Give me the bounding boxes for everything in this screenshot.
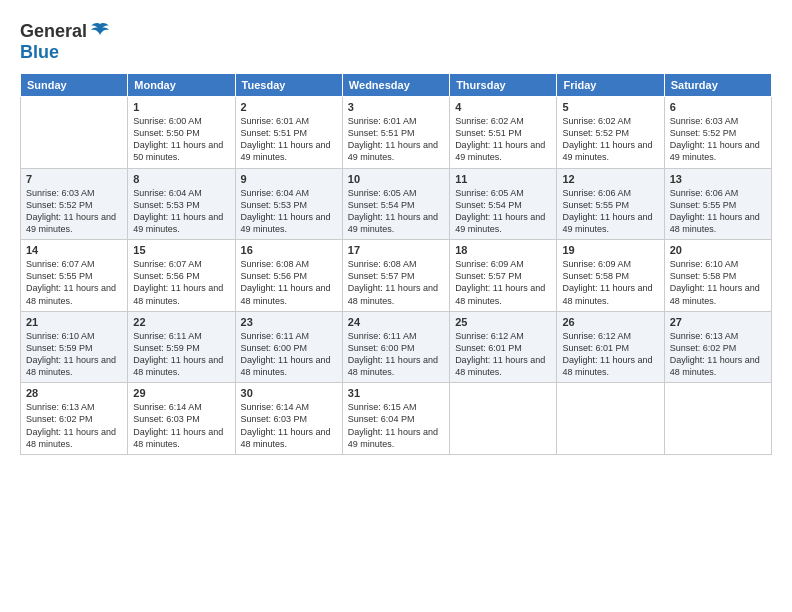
logo-general-text: General bbox=[20, 21, 87, 42]
weekday-header-sunday: Sunday bbox=[21, 74, 128, 97]
day-number: 30 bbox=[241, 387, 337, 399]
calendar-day-cell: 29Sunrise: 6:14 AMSunset: 6:03 PMDayligh… bbox=[128, 383, 235, 455]
calendar-day-cell: 5Sunrise: 6:02 AMSunset: 5:52 PMDaylight… bbox=[557, 97, 664, 169]
day-info: Sunrise: 6:13 AMSunset: 6:02 PMDaylight:… bbox=[670, 330, 766, 379]
day-info: Sunrise: 6:03 AMSunset: 5:52 PMDaylight:… bbox=[670, 115, 766, 164]
day-number: 13 bbox=[670, 173, 766, 185]
day-info: Sunrise: 6:01 AMSunset: 5:51 PMDaylight:… bbox=[241, 115, 337, 164]
day-info: Sunrise: 6:11 AMSunset: 5:59 PMDaylight:… bbox=[133, 330, 229, 379]
calendar-day-cell: 23Sunrise: 6:11 AMSunset: 6:00 PMDayligh… bbox=[235, 311, 342, 383]
day-info: Sunrise: 6:02 AMSunset: 5:52 PMDaylight:… bbox=[562, 115, 658, 164]
day-info: Sunrise: 6:10 AMSunset: 5:59 PMDaylight:… bbox=[26, 330, 122, 379]
calendar-week-row: 14Sunrise: 6:07 AMSunset: 5:55 PMDayligh… bbox=[21, 240, 772, 312]
calendar-empty-cell bbox=[664, 383, 771, 455]
day-number: 29 bbox=[133, 387, 229, 399]
day-number: 23 bbox=[241, 316, 337, 328]
day-number: 12 bbox=[562, 173, 658, 185]
calendar-day-cell: 19Sunrise: 6:09 AMSunset: 5:58 PMDayligh… bbox=[557, 240, 664, 312]
day-info: Sunrise: 6:05 AMSunset: 5:54 PMDaylight:… bbox=[348, 187, 444, 236]
calendar-day-cell: 6Sunrise: 6:03 AMSunset: 5:52 PMDaylight… bbox=[664, 97, 771, 169]
day-number: 10 bbox=[348, 173, 444, 185]
day-number: 28 bbox=[26, 387, 122, 399]
day-info: Sunrise: 6:12 AMSunset: 6:01 PMDaylight:… bbox=[455, 330, 551, 379]
day-number: 1 bbox=[133, 101, 229, 113]
calendar-week-row: 28Sunrise: 6:13 AMSunset: 6:02 PMDayligh… bbox=[21, 383, 772, 455]
day-number: 16 bbox=[241, 244, 337, 256]
calendar-day-cell: 20Sunrise: 6:10 AMSunset: 5:58 PMDayligh… bbox=[664, 240, 771, 312]
calendar-day-cell: 26Sunrise: 6:12 AMSunset: 6:01 PMDayligh… bbox=[557, 311, 664, 383]
logo: General Blue bbox=[20, 20, 111, 63]
calendar-day-cell: 2Sunrise: 6:01 AMSunset: 5:51 PMDaylight… bbox=[235, 97, 342, 169]
calendar-day-cell: 15Sunrise: 6:07 AMSunset: 5:56 PMDayligh… bbox=[128, 240, 235, 312]
weekday-header-row: SundayMondayTuesdayWednesdayThursdayFrid… bbox=[21, 74, 772, 97]
calendar-day-cell: 22Sunrise: 6:11 AMSunset: 5:59 PMDayligh… bbox=[128, 311, 235, 383]
calendar-day-cell: 12Sunrise: 6:06 AMSunset: 5:55 PMDayligh… bbox=[557, 168, 664, 240]
calendar-day-cell: 13Sunrise: 6:06 AMSunset: 5:55 PMDayligh… bbox=[664, 168, 771, 240]
header: General Blue bbox=[20, 20, 772, 63]
calendar-day-cell: 27Sunrise: 6:13 AMSunset: 6:02 PMDayligh… bbox=[664, 311, 771, 383]
day-number: 19 bbox=[562, 244, 658, 256]
weekday-header-thursday: Thursday bbox=[450, 74, 557, 97]
calendar-day-cell: 9Sunrise: 6:04 AMSunset: 5:53 PMDaylight… bbox=[235, 168, 342, 240]
calendar-day-cell: 10Sunrise: 6:05 AMSunset: 5:54 PMDayligh… bbox=[342, 168, 449, 240]
calendar-day-cell: 18Sunrise: 6:09 AMSunset: 5:57 PMDayligh… bbox=[450, 240, 557, 312]
day-number: 24 bbox=[348, 316, 444, 328]
day-number: 11 bbox=[455, 173, 551, 185]
calendar-empty-cell bbox=[21, 97, 128, 169]
day-info: Sunrise: 6:08 AMSunset: 5:57 PMDaylight:… bbox=[348, 258, 444, 307]
day-info: Sunrise: 6:14 AMSunset: 6:03 PMDaylight:… bbox=[241, 401, 337, 450]
weekday-header-wednesday: Wednesday bbox=[342, 74, 449, 97]
day-info: Sunrise: 6:01 AMSunset: 5:51 PMDaylight:… bbox=[348, 115, 444, 164]
calendar-day-cell: 21Sunrise: 6:10 AMSunset: 5:59 PMDayligh… bbox=[21, 311, 128, 383]
calendar-day-cell: 4Sunrise: 6:02 AMSunset: 5:51 PMDaylight… bbox=[450, 97, 557, 169]
day-info: Sunrise: 6:11 AMSunset: 6:00 PMDaylight:… bbox=[348, 330, 444, 379]
day-number: 15 bbox=[133, 244, 229, 256]
calendar-day-cell: 24Sunrise: 6:11 AMSunset: 6:00 PMDayligh… bbox=[342, 311, 449, 383]
calendar-empty-cell bbox=[557, 383, 664, 455]
day-number: 4 bbox=[455, 101, 551, 113]
day-number: 26 bbox=[562, 316, 658, 328]
day-number: 8 bbox=[133, 173, 229, 185]
calendar-day-cell: 17Sunrise: 6:08 AMSunset: 5:57 PMDayligh… bbox=[342, 240, 449, 312]
weekday-header-friday: Friday bbox=[557, 74, 664, 97]
day-number: 27 bbox=[670, 316, 766, 328]
day-info: Sunrise: 6:12 AMSunset: 6:01 PMDaylight:… bbox=[562, 330, 658, 379]
day-info: Sunrise: 6:07 AMSunset: 5:55 PMDaylight:… bbox=[26, 258, 122, 307]
calendar-day-cell: 1Sunrise: 6:00 AMSunset: 5:50 PMDaylight… bbox=[128, 97, 235, 169]
calendar-week-row: 7Sunrise: 6:03 AMSunset: 5:52 PMDaylight… bbox=[21, 168, 772, 240]
day-info: Sunrise: 6:03 AMSunset: 5:52 PMDaylight:… bbox=[26, 187, 122, 236]
day-info: Sunrise: 6:13 AMSunset: 6:02 PMDaylight:… bbox=[26, 401, 122, 450]
day-number: 31 bbox=[348, 387, 444, 399]
day-number: 22 bbox=[133, 316, 229, 328]
day-info: Sunrise: 6:11 AMSunset: 6:00 PMDaylight:… bbox=[241, 330, 337, 379]
day-number: 21 bbox=[26, 316, 122, 328]
day-info: Sunrise: 6:07 AMSunset: 5:56 PMDaylight:… bbox=[133, 258, 229, 307]
day-info: Sunrise: 6:06 AMSunset: 5:55 PMDaylight:… bbox=[670, 187, 766, 236]
calendar-day-cell: 16Sunrise: 6:08 AMSunset: 5:56 PMDayligh… bbox=[235, 240, 342, 312]
day-number: 17 bbox=[348, 244, 444, 256]
logo-blue-text: Blue bbox=[20, 42, 59, 62]
day-info: Sunrise: 6:08 AMSunset: 5:56 PMDaylight:… bbox=[241, 258, 337, 307]
day-number: 7 bbox=[26, 173, 122, 185]
calendar-day-cell: 25Sunrise: 6:12 AMSunset: 6:01 PMDayligh… bbox=[450, 311, 557, 383]
day-info: Sunrise: 6:14 AMSunset: 6:03 PMDaylight:… bbox=[133, 401, 229, 450]
day-number: 6 bbox=[670, 101, 766, 113]
day-number: 20 bbox=[670, 244, 766, 256]
day-info: Sunrise: 6:02 AMSunset: 5:51 PMDaylight:… bbox=[455, 115, 551, 164]
day-info: Sunrise: 6:06 AMSunset: 5:55 PMDaylight:… bbox=[562, 187, 658, 236]
calendar-day-cell: 11Sunrise: 6:05 AMSunset: 5:54 PMDayligh… bbox=[450, 168, 557, 240]
calendar-week-row: 1Sunrise: 6:00 AMSunset: 5:50 PMDaylight… bbox=[21, 97, 772, 169]
weekday-header-tuesday: Tuesday bbox=[235, 74, 342, 97]
day-info: Sunrise: 6:05 AMSunset: 5:54 PMDaylight:… bbox=[455, 187, 551, 236]
day-info: Sunrise: 6:10 AMSunset: 5:58 PMDaylight:… bbox=[670, 258, 766, 307]
calendar-day-cell: 28Sunrise: 6:13 AMSunset: 6:02 PMDayligh… bbox=[21, 383, 128, 455]
day-number: 5 bbox=[562, 101, 658, 113]
day-number: 25 bbox=[455, 316, 551, 328]
calendar-empty-cell bbox=[450, 383, 557, 455]
day-info: Sunrise: 6:04 AMSunset: 5:53 PMDaylight:… bbox=[241, 187, 337, 236]
calendar-day-cell: 30Sunrise: 6:14 AMSunset: 6:03 PMDayligh… bbox=[235, 383, 342, 455]
calendar-week-row: 21Sunrise: 6:10 AMSunset: 5:59 PMDayligh… bbox=[21, 311, 772, 383]
day-info: Sunrise: 6:09 AMSunset: 5:58 PMDaylight:… bbox=[562, 258, 658, 307]
calendar-day-cell: 8Sunrise: 6:04 AMSunset: 5:53 PMDaylight… bbox=[128, 168, 235, 240]
calendar-table: SundayMondayTuesdayWednesdayThursdayFrid… bbox=[20, 73, 772, 455]
